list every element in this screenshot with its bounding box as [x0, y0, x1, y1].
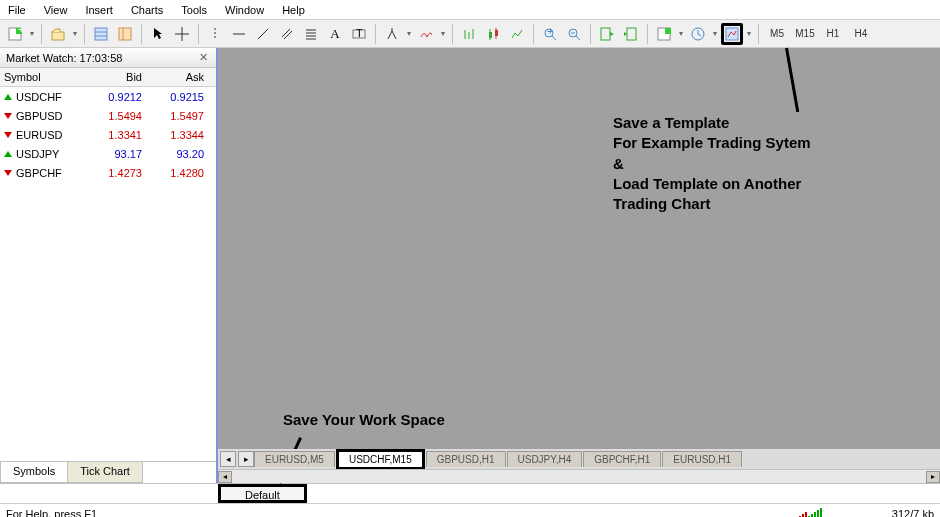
candlestick-button[interactable]	[482, 23, 504, 45]
statusbar: For Help, press F1 312/7 kb	[0, 503, 940, 517]
menu-insert[interactable]: Insert	[85, 4, 113, 16]
status-traffic: 312/7 kb	[892, 508, 934, 518]
periodicity-dropdown[interactable]: ▾	[711, 29, 719, 38]
symbol-name: EURUSD	[16, 129, 62, 141]
menu-charts[interactable]: Charts	[131, 4, 163, 16]
scroll-right-icon[interactable]: ▸	[926, 471, 940, 483]
cycle-dropdown[interactable]: ▾	[439, 29, 447, 38]
fibonacci-button[interactable]	[300, 23, 322, 45]
chart-tab-eurusd-h1[interactable]: EURUSD,H1	[662, 451, 742, 467]
tab-tick-chart[interactable]: Tick Chart	[67, 462, 143, 483]
menu-window[interactable]: Window	[225, 4, 264, 16]
new-chart-button[interactable]: +	[4, 23, 26, 45]
separator	[758, 24, 759, 44]
tab-scroll-left[interactable]: ◂	[220, 451, 236, 467]
svg-line-33	[576, 36, 580, 40]
channel-button[interactable]	[276, 23, 298, 45]
cursor-button[interactable]	[147, 23, 169, 45]
template-dropdown[interactable]: ▾	[745, 29, 753, 38]
market-watch-row[interactable]: GBPUSD1.54941.5497	[0, 106, 216, 125]
svg-rect-35	[601, 28, 610, 40]
ask-value: 1.3344	[150, 129, 212, 141]
symbol-name: USDJPY	[16, 148, 59, 160]
svg-text:+: +	[547, 27, 553, 37]
svg-rect-42	[726, 28, 738, 40]
svg-rect-36	[627, 28, 636, 40]
bar-chart-button[interactable]	[458, 23, 480, 45]
separator	[84, 24, 85, 44]
navigator-button[interactable]	[114, 23, 136, 45]
chart-shift-button[interactable]	[620, 23, 642, 45]
bid-value: 0.9212	[88, 91, 150, 103]
market-watch-panel: Market Watch: 17:03:58 ✕ Symbol Bid Ask …	[0, 48, 218, 483]
arrow-down-icon	[4, 113, 12, 119]
timeframe-h1[interactable]: H1	[820, 23, 846, 45]
text-button[interactable]: A	[324, 23, 346, 45]
annotation-arrow	[785, 48, 799, 113]
vertical-line-button[interactable]	[204, 23, 226, 45]
zoom-in-button[interactable]: +	[539, 23, 561, 45]
separator	[198, 24, 199, 44]
market-watch-row[interactable]: USDCHF0.92120.9215	[0, 87, 216, 106]
market-watch-row[interactable]: GBPCHF1.42731.4280	[0, 163, 216, 182]
arrow-down-icon	[4, 132, 12, 138]
indicators-button[interactable]	[653, 23, 675, 45]
line-chart-button[interactable]	[506, 23, 528, 45]
new-chart-dropdown[interactable]: ▾	[28, 29, 36, 38]
crosshair-button[interactable]	[171, 23, 193, 45]
market-watch-row[interactable]: EURUSD1.33411.3344	[0, 125, 216, 144]
separator	[375, 24, 376, 44]
symbol-name: GBPCHF	[16, 167, 62, 179]
chart-tab-gbpchf-h1[interactable]: GBPCHF,H1	[583, 451, 661, 467]
market-watch-tabs: Symbols Tick Chart	[0, 461, 216, 483]
chart-tab-eurusd-m5[interactable]: EURUSD,M5	[254, 451, 335, 467]
col-bid[interactable]: Bid	[88, 71, 150, 83]
andrews-pitchfork-button[interactable]	[381, 23, 403, 45]
symbol-name: USDCHF	[16, 91, 62, 103]
trendline-button[interactable]	[252, 23, 274, 45]
profiles-dropdown[interactable]: ▾	[71, 29, 79, 38]
svg-line-15	[284, 31, 292, 39]
separator	[647, 24, 648, 44]
svg-line-13	[258, 29, 268, 39]
zoom-out-button[interactable]	[563, 23, 585, 45]
profiles-button[interactable]	[47, 23, 69, 45]
cycle-lines-button[interactable]	[415, 23, 437, 45]
timeframe-m15[interactable]: M15	[792, 23, 818, 45]
indicators-dropdown[interactable]: ▾	[677, 29, 685, 38]
close-icon[interactable]: ✕	[196, 51, 210, 65]
pitchfork-dropdown[interactable]: ▾	[405, 29, 413, 38]
timeframe-h4[interactable]: H4	[848, 23, 874, 45]
menu-file[interactable]: File	[8, 4, 26, 16]
menu-view[interactable]: View	[44, 4, 68, 16]
arrow-down-icon	[4, 170, 12, 176]
chart-tab-gbpusd-h1[interactable]: GBPUSD,H1	[426, 451, 506, 467]
col-symbol[interactable]: Symbol	[4, 71, 88, 83]
tab-symbols[interactable]: Symbols	[0, 462, 68, 483]
svg-text:T: T	[356, 27, 363, 39]
connection-icon	[799, 508, 822, 518]
workspace-tab-default[interactable]: Default	[218, 484, 307, 503]
annotation-template: Save a Template For Example Trading Syte…	[613, 113, 811, 214]
chart-tab-usdchf-m15[interactable]: USDCHF,M15	[336, 449, 425, 470]
periodicity-button[interactable]	[687, 23, 709, 45]
text-label-button[interactable]: T	[348, 23, 370, 45]
svg-text:+: +	[18, 27, 22, 35]
svg-line-41	[698, 34, 701, 36]
market-watch-row[interactable]: USDJPY93.1793.20	[0, 144, 216, 163]
market-watch-button[interactable]	[90, 23, 112, 45]
menu-tools[interactable]: Tools	[181, 4, 207, 16]
auto-scroll-button[interactable]	[596, 23, 618, 45]
bid-value: 1.4273	[88, 167, 150, 179]
tab-scroll-right[interactable]: ▸	[238, 451, 254, 467]
chart-tab-usdjpy-h4[interactable]: USDJPY,H4	[507, 451, 583, 467]
template-button[interactable]	[721, 23, 743, 45]
separator	[590, 24, 591, 44]
col-ask[interactable]: Ask	[150, 71, 212, 83]
ask-value: 93.20	[150, 148, 212, 160]
horizontal-scrollbar[interactable]: ◂ ▸	[218, 469, 940, 483]
horizontal-line-button[interactable]	[228, 23, 250, 45]
scroll-left-icon[interactable]: ◂	[218, 471, 232, 483]
timeframe-m5[interactable]: M5	[764, 23, 790, 45]
menu-help[interactable]: Help	[282, 4, 305, 16]
